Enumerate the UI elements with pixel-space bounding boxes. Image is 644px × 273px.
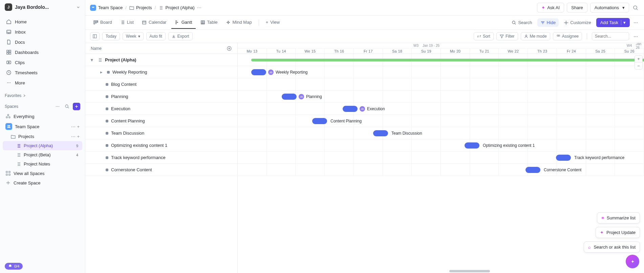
status-icon[interactable] — [106, 132, 108, 135]
status-icon[interactable] — [106, 83, 108, 86]
toolbar-more-icon[interactable]: ⋯ — [632, 33, 639, 40]
tree-team-space[interactable]: Team Space ⋯+ — [3, 121, 82, 132]
tree-create-space[interactable]: Create Space — [3, 178, 82, 188]
nav-docs[interactable]: Docs — [3, 37, 82, 47]
task-row[interactable]: Track keyword performance — [85, 152, 237, 164]
nav-clips[interactable]: Clips — [3, 57, 82, 67]
spaces-search-icon[interactable] — [63, 103, 71, 110]
chevron-down-icon[interactable]: ▾ — [621, 20, 626, 25]
view-list[interactable]: List — [117, 16, 137, 29]
ask-list-button[interactable]: ⌕Search or ask this list — [584, 241, 640, 253]
today-button[interactable]: Today — [102, 32, 120, 40]
filter-button[interactable]: Filter — [496, 32, 518, 40]
zoom-level-select[interactable]: Week ▾ — [123, 32, 143, 40]
task-bar[interactable]: Team Discussion — [373, 130, 388, 136]
autofit-button[interactable]: Auto fit — [146, 32, 166, 40]
view-gantt[interactable]: Gantt — [171, 16, 196, 29]
status-icon[interactable] — [106, 120, 108, 122]
task-row[interactable]: Team Discussion — [85, 127, 237, 139]
favorites-section[interactable]: Favorites — [0, 90, 85, 100]
zoom-in-button[interactable]: + — [635, 56, 642, 62]
plus-icon[interactable]: + — [77, 124, 80, 129]
tree-projects[interactable]: Projects ⋯+ — [3, 132, 82, 141]
plus-icon[interactable]: + — [77, 134, 80, 139]
chevron-down-icon[interactable]: ▾ — [91, 57, 95, 62]
task-row[interactable]: ▸Weekly Reporting — [85, 66, 237, 78]
task-bar[interactable]: Optimizing existing content 1 — [465, 142, 479, 149]
view-table[interactable]: Table — [197, 16, 221, 29]
assignee-avatar[interactable]: JB — [360, 106, 365, 112]
view-mindmap[interactable]: Mind Map — [222, 16, 255, 29]
vb-search[interactable]: Search — [509, 18, 535, 27]
vb-hide[interactable]: Hide — [537, 18, 559, 27]
assignee-avatar[interactable]: JB — [268, 70, 274, 75]
task-bar[interactable]: Cornerstone Content — [525, 167, 540, 173]
breadcrumb-more-icon[interactable]: ⋯ — [197, 5, 201, 10]
tab-label: Calendar — [149, 20, 167, 25]
nav-more[interactable]: More — [3, 78, 82, 88]
assignee-avatar[interactable]: JB — [299, 94, 304, 99]
assignee-button[interactable]: Assignee — [553, 32, 582, 40]
nav-home[interactable]: Home — [3, 17, 82, 27]
vb-customize[interactable]: Customize — [561, 18, 594, 27]
status-icon[interactable] — [106, 108, 108, 110]
add-view-button[interactable]: +View — [262, 16, 283, 29]
spaces-more-icon[interactable] — [54, 103, 61, 110]
summarize-list-button[interactable]: ≡Summarize list — [597, 212, 640, 223]
task-group-row[interactable]: ▾ Project (Alpha) — [85, 54, 237, 66]
nav-timesheets[interactable]: Timesheets — [3, 67, 82, 78]
sort-button[interactable]: Sort — [474, 32, 494, 40]
add-space-button[interactable] — [73, 103, 80, 110]
horizontal-scrollbar[interactable] — [449, 270, 490, 272]
task-bar[interactable]: JBExecution — [343, 106, 358, 112]
breadcrumb-space[interactable]: Team Space — [90, 5, 123, 11]
tree-project-notes[interactable]: Project Notes — [3, 159, 82, 169]
task-row[interactable]: Blog Content — [85, 78, 237, 91]
task-row[interactable]: Cornerstone Content — [85, 164, 237, 176]
search-icon[interactable] — [632, 4, 639, 12]
more-icon[interactable]: ⋯ — [71, 134, 76, 139]
add-column-icon[interactable] — [227, 46, 232, 51]
status-icon[interactable] — [106, 169, 108, 171]
breadcrumb-folder[interactable]: Projects — [129, 5, 152, 10]
export-button[interactable]: Export — [168, 32, 193, 40]
automations-button[interactable]: Automations▾ — [590, 3, 629, 13]
task-row[interactable]: Optimizing existing content 1 — [85, 139, 237, 152]
tree-everything[interactable]: Everything — [3, 112, 82, 121]
gantt-search-input[interactable] — [592, 32, 629, 40]
nav-dashboards[interactable]: Dashboards — [3, 47, 82, 57]
tree-project-alpha[interactable]: Project (Alpha) 9 — [3, 141, 82, 150]
status-icon[interactable] — [106, 144, 108, 147]
viewbar-more-icon[interactable]: ⋯ — [632, 19, 639, 26]
task-row[interactable]: Content Planning — [85, 115, 237, 127]
view-calendar[interactable]: Calendar — [138, 16, 170, 29]
tree-project-beta[interactable]: Project (Beta) 4 — [3, 150, 82, 159]
summary-bar[interactable] — [251, 59, 644, 61]
workspace-switcher[interactable]: J Jaya Bordolo... — [0, 0, 85, 15]
tree-view-all-spaces[interactable]: View all Spaces — [3, 169, 82, 178]
more-icon[interactable]: ⋯ — [71, 124, 76, 129]
collapse-sidebar-icon[interactable] — [90, 32, 100, 40]
share-button[interactable]: Share — [567, 3, 587, 13]
add-task-button[interactable]: Add Task▾ — [596, 18, 630, 27]
task-row[interactable]: Planning — [85, 91, 237, 103]
breadcrumb-list[interactable]: Project (Alpha) — [158, 5, 194, 10]
task-bar[interactable]: JBPlanning — [282, 94, 297, 100]
task-bar[interactable]: JBWeekly Reporting — [251, 69, 266, 75]
status-icon[interactable] — [106, 95, 108, 98]
status-icon[interactable] — [106, 156, 108, 159]
nav-inbox[interactable]: Inbox — [3, 27, 82, 37]
task-bar[interactable]: Content Planning — [312, 118, 327, 124]
status-icon[interactable] — [107, 71, 110, 74]
ask-ai-button[interactable]: ✦Ask AI — [537, 3, 564, 13]
chevron-right-icon[interactable]: ▸ — [100, 70, 104, 75]
task-bar[interactable]: Track keyword performance — [556, 155, 571, 161]
zoom-out-button[interactable]: − — [635, 62, 642, 69]
me-mode-button[interactable]: Me mode — [521, 32, 550, 40]
ai-fab[interactable]: ✦ — [626, 255, 639, 268]
view-board[interactable]: Board — [90, 16, 115, 29]
project-update-button[interactable]: ✦Project Update — [596, 227, 640, 238]
task-row[interactable]: Execution — [85, 103, 237, 115]
onboarding-progress[interactable]: 0/4 — [5, 263, 23, 270]
gantt-chart[interactable]: W3 Jan 19 - 25 W4 Jan 26 Mo 13Tu 14We 15… — [238, 43, 644, 273]
